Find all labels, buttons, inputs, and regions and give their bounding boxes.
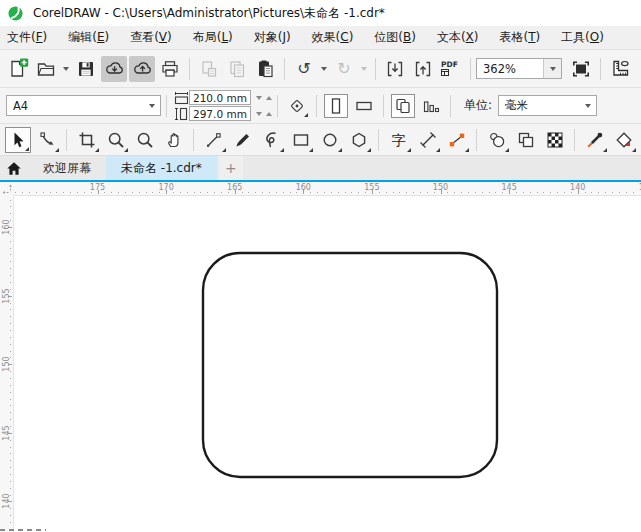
import-button[interactable]: [382, 56, 408, 82]
ruler-tick: [22, 192, 23, 193]
checkerboard-icon: [545, 130, 565, 150]
ruler-tick: [29, 192, 30, 193]
pick-tool[interactable]: [5, 127, 31, 153]
pan-tool[interactable]: [161, 127, 187, 153]
polygon-tool[interactable]: [346, 127, 372, 153]
page-width-spinner[interactable]: [256, 96, 272, 100]
page-width-field[interactable]: 210.0 mm: [189, 90, 251, 105]
ruler-tick: [56, 192, 57, 193]
full-screen-preview-button[interactable]: [568, 56, 594, 82]
color-eyedropper-tool[interactable]: [582, 127, 608, 153]
menu-item-f[interactable]: 文件(F): [2, 27, 52, 48]
cut-button: [196, 56, 222, 82]
current-page-button[interactable]: [419, 94, 443, 118]
transparency-tool[interactable]: [513, 127, 539, 153]
zoom-level-combobox[interactable]: 362%: [476, 58, 562, 79]
publish-pdf-button[interactable]: PDF: [438, 56, 464, 82]
all-pages-button[interactable]: [391, 94, 415, 118]
rounded-rectangle-shape[interactable]: [203, 253, 497, 477]
ruler-tick: [10, 337, 11, 338]
ellipse-tool[interactable]: [317, 127, 343, 153]
zoom-dropdown-arrow-icon[interactable]: [543, 59, 561, 78]
new-document-button[interactable]: [5, 56, 31, 82]
ruler-tick: [10, 467, 11, 468]
spinner-up-icon[interactable]: [266, 96, 272, 100]
menu-item-t[interactable]: 表格(T): [494, 27, 545, 48]
dimension-tool[interactable]: [415, 127, 441, 153]
save-button[interactable]: [73, 56, 99, 82]
freehand-tool[interactable]: [201, 127, 227, 153]
connector-tool[interactable]: [444, 127, 470, 153]
spinner-up-icon[interactable]: [266, 112, 272, 116]
zoom-tool-alt[interactable]: [132, 127, 158, 153]
page-size-dropdown-arrow-icon[interactable]: [143, 96, 160, 115]
page-size-combobox[interactable]: A4: [6, 95, 161, 116]
zoom-tool-icon: [106, 130, 126, 150]
ruler-tick: [84, 192, 85, 193]
interactive-fill-tool[interactable]: [611, 127, 637, 153]
curve-tool[interactable]: [259, 127, 285, 153]
print-button[interactable]: [157, 56, 183, 82]
menu-item-l[interactable]: 布局(L): [188, 27, 238, 48]
eyedropper-icon: [585, 130, 605, 150]
ruler-tick: [509, 192, 510, 193]
units-label: 单位:: [464, 97, 492, 114]
rectangle-tool[interactable]: [288, 127, 314, 153]
copy-button: [224, 56, 250, 82]
ruler-tick: [427, 192, 428, 193]
vertical-ruler[interactable]: 160155150145140: [0, 196, 14, 532]
units-combobox[interactable]: 毫米: [498, 95, 597, 116]
ruler-tick: [626, 192, 627, 193]
horizontal-ruler[interactable]: 175170165160155150145140135: [0, 182, 641, 196]
menu-item-c[interactable]: 效果(C): [307, 27, 359, 48]
cloud-download-button[interactable]: [101, 56, 127, 82]
spinner-down-icon[interactable]: [256, 96, 262, 100]
show-rulers-button[interactable]: [607, 56, 633, 82]
ruler-tick: [10, 364, 11, 365]
ruler-tick: [214, 192, 215, 193]
ruler-tick: [255, 192, 256, 193]
menu-item-e[interactable]: 编辑(E): [63, 27, 114, 48]
page-height-field[interactable]: 297.0 mm: [189, 106, 251, 121]
text-tool[interactable]: 字: [386, 127, 412, 153]
menu-item-v[interactable]: 查看(V): [125, 27, 177, 48]
artistic-media-tool[interactable]: [230, 127, 256, 153]
paste-button[interactable]: [252, 56, 278, 82]
units-dropdown-arrow-icon[interactable]: [579, 96, 596, 115]
crop-tool[interactable]: [74, 127, 100, 153]
menu-item-x[interactable]: 文本(X): [432, 27, 484, 48]
ellipse-tool-icon: [320, 130, 340, 150]
drawing-canvas[interactable]: [14, 196, 641, 532]
menu-item-j[interactable]: 对象(J): [249, 27, 296, 48]
ruler-tick: [10, 385, 11, 386]
ruler-tick: [132, 192, 133, 193]
open-button[interactable]: [33, 56, 59, 82]
landscape-orientation-button[interactable]: [352, 94, 376, 118]
ruler-tick: [235, 192, 236, 193]
drop-shadow-tool[interactable]: [484, 127, 510, 153]
portrait-orientation-button[interactable]: [324, 94, 348, 118]
ruler-origin[interactable]: [0, 182, 14, 196]
ruler-tick: [36, 192, 37, 193]
new-tab-button[interactable]: +: [219, 156, 243, 180]
page-height-spinner[interactable]: [256, 112, 272, 116]
undo-button[interactable]: ↺: [291, 56, 317, 82]
cloud-upload-button[interactable]: [129, 56, 155, 82]
ruler-tick: [331, 192, 332, 193]
paste-icon: [255, 59, 275, 79]
page-options-button[interactable]: [285, 94, 309, 118]
ruler-tick: [413, 192, 414, 193]
spinner-down-icon[interactable]: [256, 112, 262, 116]
undo-dropdown-arrow-icon[interactable]: [321, 67, 327, 71]
menu-item-o[interactable]: 工具(O): [556, 27, 609, 48]
zoom-tool[interactable]: [103, 127, 129, 153]
pattern-fill-tool[interactable]: [542, 127, 568, 153]
tab-welcome-screen[interactable]: 欢迎屏幕: [28, 156, 106, 180]
menu-item-b[interactable]: 位图(B): [369, 27, 421, 48]
undo-icon: ↺: [297, 61, 310, 77]
export-button[interactable]: [410, 56, 436, 82]
tab-document[interactable]: 未命名 -1.cdr*: [106, 156, 217, 180]
home-tab-button[interactable]: [0, 156, 28, 180]
open-dropdown-arrow-icon[interactable]: [63, 67, 69, 71]
shape-tool[interactable]: [34, 127, 60, 153]
